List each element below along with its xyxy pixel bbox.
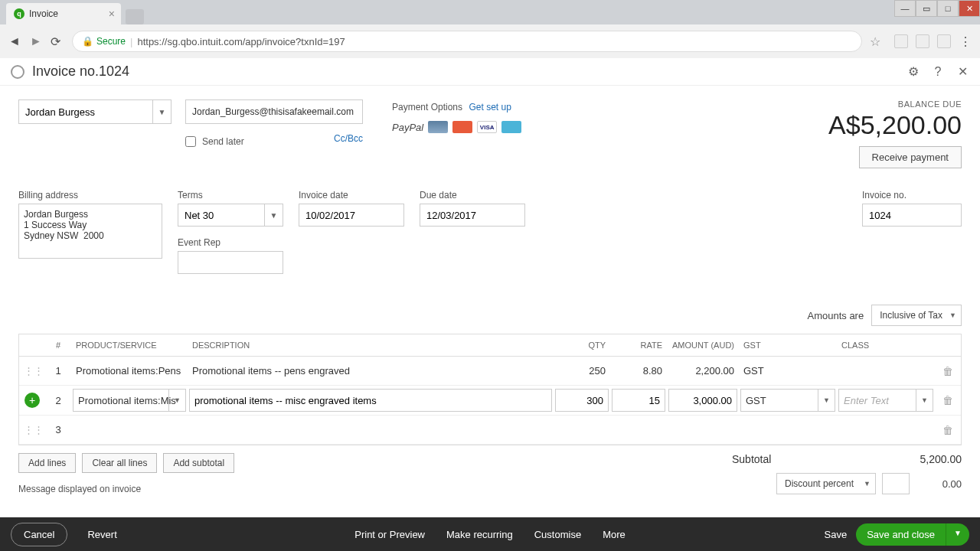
help-icon[interactable]: ? xyxy=(931,65,945,79)
ccbcc-link[interactable]: Cc/Bcc xyxy=(334,133,363,144)
terms-select[interactable]: Net 30 ▼ xyxy=(178,204,283,227)
due-date-input[interactable] xyxy=(420,204,525,227)
save-dropdown-button[interactable]: ▼ xyxy=(946,523,969,546)
address-bar[interactable]: 🔒 Secure | https://sg.qbo.intuit.com/app… xyxy=(72,31,862,52)
subtotal-label: Subtotal xyxy=(732,453,771,465)
drag-handle-icon[interactable]: ⋮⋮ xyxy=(19,418,45,442)
add-row-icon[interactable]: + xyxy=(24,393,40,408)
chevron-down-icon: ▼ xyxy=(818,390,835,411)
window-maximize-button[interactable]: □ xyxy=(937,0,959,17)
reload-button[interactable]: ⟳ xyxy=(51,34,64,48)
chevron-down-icon: ▼ xyxy=(916,390,933,411)
window-restore-button[interactable]: ▭ xyxy=(916,0,937,17)
print-preview-link[interactable]: Print or Preview xyxy=(354,529,425,540)
product-select[interactable]: Promotional items:Mis ▼ xyxy=(73,389,186,412)
table-row[interactable]: ⋮⋮ 1 Promotional items:Pens Promotional … xyxy=(19,357,961,386)
customer-name: Jordan Burgess xyxy=(25,106,95,118)
col-amount-header: AMOUNT (AUD) xyxy=(667,334,739,356)
save-button[interactable]: Save xyxy=(825,529,848,540)
gear-icon[interactable]: ⚙ xyxy=(906,65,920,79)
amounts-are-select[interactable]: Inclusive of Tax ▼ xyxy=(871,305,962,326)
invoice-no-input[interactable] xyxy=(862,204,962,227)
chevron-down-icon: ▼ xyxy=(168,390,185,411)
class-select[interactable]: Enter Text ▼ xyxy=(838,389,933,412)
table-row[interactable]: + 2 Promotional items:Mis ▼ GST ▼ xyxy=(19,386,961,416)
browser-tab[interactable]: q Invoice × xyxy=(6,3,121,24)
send-later-checkbox[interactable]: Send later xyxy=(185,136,244,147)
window-minimize-button[interactable]: — xyxy=(894,0,916,17)
rate-input[interactable] xyxy=(612,389,665,412)
add-subtotal-button[interactable]: Add subtotal xyxy=(163,453,234,473)
due-date-label: Due date xyxy=(420,190,525,201)
chevron-down-icon: ▼ xyxy=(152,100,171,123)
customer-select[interactable]: Jordan Burgess ▼ xyxy=(18,99,172,124)
chevron-down-icon: ▼ xyxy=(264,204,283,226)
discount-type-select[interactable]: Discount percent ▼ xyxy=(776,473,876,494)
forward-button[interactable]: ► xyxy=(29,34,43,48)
balance-due-label: BALANCE DUE xyxy=(828,99,962,109)
extension-icon-3[interactable] xyxy=(937,34,951,48)
menu-icon[interactable]: ⋮ xyxy=(959,34,972,48)
clear-lines-button[interactable]: Clear all lines xyxy=(82,453,157,473)
col-description-header: DESCRIPTION xyxy=(188,334,554,356)
col-product-header: PRODUCT/SERVICE xyxy=(71,334,188,356)
customise-link[interactable]: Customise xyxy=(534,529,581,540)
amex-icon xyxy=(501,121,521,133)
invoice-date-input[interactable] xyxy=(299,204,404,227)
col-num-header: # xyxy=(45,334,71,356)
subtotal-value: 5,200.00 xyxy=(920,453,962,465)
col-rate-header: RATE xyxy=(610,334,667,356)
balance-due-amount: A$5,200.00 xyxy=(828,110,962,140)
terms-label: Terms xyxy=(178,190,283,201)
qb-favicon-icon: q xyxy=(14,8,24,19)
invoice-date-label: Invoice date xyxy=(299,190,404,201)
save-and-close-button[interactable]: Save and close xyxy=(856,523,946,546)
chevron-down-icon: ▼ xyxy=(864,480,871,487)
visa-icon: VISA xyxy=(477,121,497,133)
trash-icon[interactable]: 🗑 xyxy=(942,394,953,406)
col-gst-header: GST xyxy=(739,334,837,356)
col-qty-header: QTY xyxy=(554,334,610,356)
paypal-card-icon xyxy=(428,121,448,133)
receive-payment-button[interactable]: Receive payment xyxy=(859,146,962,168)
event-rep-input[interactable] xyxy=(178,251,283,274)
description-input[interactable] xyxy=(189,389,552,412)
payment-setup-link[interactable]: Get set up xyxy=(469,102,511,112)
back-button[interactable]: ◄ xyxy=(8,34,21,48)
close-panel-icon[interactable]: ✕ xyxy=(956,65,969,79)
more-link[interactable]: More xyxy=(603,529,626,540)
url-text: https://sg.qbo.intuit.com/app/invoice?tx… xyxy=(137,36,345,47)
tab-title: Invoice xyxy=(29,8,58,19)
tab-close-icon[interactable]: × xyxy=(109,8,115,20)
bookmark-icon[interactable]: ☆ xyxy=(870,34,880,49)
extension-icon-1[interactable] xyxy=(894,34,908,48)
cancel-button[interactable]: Cancel xyxy=(11,523,67,546)
invoice-no-label: Invoice no. xyxy=(862,190,962,201)
revert-button[interactable]: Revert xyxy=(75,523,129,546)
chevron-down-icon: ▼ xyxy=(949,311,956,319)
add-lines-button[interactable]: Add lines xyxy=(18,453,76,473)
page-title: Invoice no.1024 xyxy=(32,64,129,80)
discount-percent-input[interactable] xyxy=(882,473,910,494)
secure-badge: 🔒 Secure xyxy=(82,36,126,47)
history-icon[interactable] xyxy=(11,65,24,79)
col-class-header: CLASS xyxy=(837,334,935,356)
customer-email-input[interactable] xyxy=(185,99,363,124)
amount-input[interactable] xyxy=(668,389,737,412)
mastercard-icon xyxy=(452,121,472,133)
qty-input[interactable] xyxy=(555,389,609,412)
amounts-are-label: Amounts are xyxy=(807,310,864,321)
billing-address-input[interactable]: Jordan Burgess 1 Success Way Sydney NSW … xyxy=(18,204,162,259)
new-tab-button[interactable] xyxy=(126,9,144,24)
make-recurring-link[interactable]: Make recurring xyxy=(446,529,513,540)
drag-handle-icon[interactable]: ⋮⋮ xyxy=(19,359,45,383)
table-row[interactable]: ⋮⋮ 3 🗑 xyxy=(19,416,961,445)
trash-icon[interactable]: 🗑 xyxy=(942,424,953,436)
window-close-button[interactable]: ✕ xyxy=(959,0,980,17)
paypal-icon: PayPal xyxy=(392,122,423,133)
gst-select[interactable]: GST ▼ xyxy=(740,389,835,412)
payment-options-label: Payment Options xyxy=(392,102,462,112)
extension-icon-2[interactable] xyxy=(916,34,929,48)
trash-icon[interactable]: 🗑 xyxy=(942,365,953,377)
discount-value: 0.00 xyxy=(916,478,962,490)
